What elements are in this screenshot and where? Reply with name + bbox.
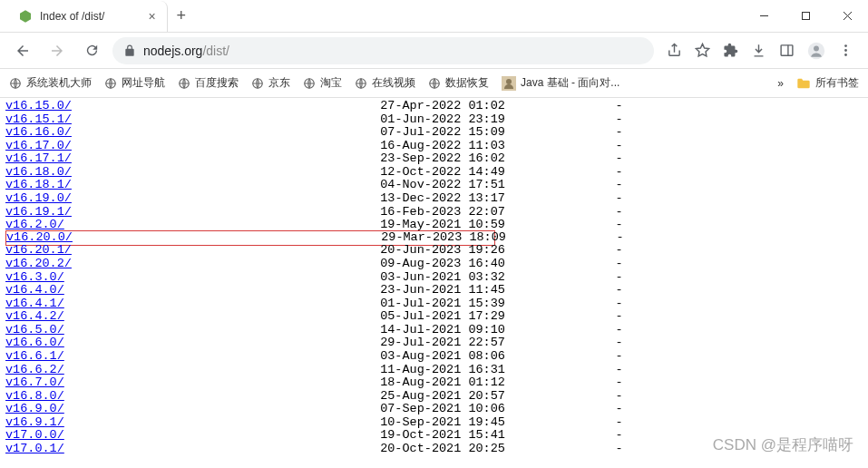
directory-link[interactable]: v17.0.0/ bbox=[5, 428, 64, 442]
directory-link[interactable]: v16.17.0/ bbox=[5, 139, 72, 152]
listing-row: v16.8.0/ 25-Aug-2021 20:57 - bbox=[5, 390, 863, 404]
listing-row: v16.4.0/ 23-Jun-2021 11:45 - bbox=[5, 284, 863, 297]
menu-icon[interactable] bbox=[838, 43, 853, 58]
minimize-button[interactable] bbox=[743, 0, 785, 33]
browser-tab[interactable]: Index of /dist/ × bbox=[7, 1, 168, 32]
tab-title: Index of /dist/ bbox=[40, 10, 104, 23]
downloads-icon[interactable] bbox=[751, 43, 766, 58]
directory-link[interactable]: v16.4.0/ bbox=[5, 283, 64, 297]
directory-link[interactable]: v16.20.0/ bbox=[6, 230, 73, 244]
svg-rect-6 bbox=[781, 45, 793, 55]
listing-row: v16.20.2/ 09-Aug-2023 16:40 - bbox=[5, 258, 863, 271]
bookmark-item[interactable]: Java 基础 - 面向对... bbox=[502, 75, 619, 91]
directory-link[interactable]: v17.0.1/ bbox=[5, 442, 64, 455]
tab-close-icon[interactable]: × bbox=[148, 9, 155, 24]
listing-row: v16.4.1/ 01-Jul-2021 15:39 - bbox=[5, 297, 863, 311]
lock-icon bbox=[123, 44, 136, 57]
listing-row: v16.5.0/ 14-Jul-2021 09:10 - bbox=[5, 324, 863, 337]
directory-link[interactable]: v16.18.0/ bbox=[5, 165, 72, 179]
window-controls bbox=[743, 0, 868, 33]
svg-point-9 bbox=[814, 45, 819, 51]
directory-link[interactable]: v16.7.0/ bbox=[5, 375, 64, 389]
all-bookmarks[interactable]: 所有书签 bbox=[796, 75, 859, 91]
listing-row: v17.0.0/ 19-Oct-2021 15:41 - bbox=[5, 429, 863, 443]
directory-link[interactable]: v16.9.0/ bbox=[5, 402, 64, 415]
directory-link[interactable]: v16.8.0/ bbox=[5, 389, 64, 403]
svg-marker-5 bbox=[696, 44, 708, 55]
bookmark-item[interactable]: 京东 bbox=[251, 75, 290, 91]
directory-link[interactable]: v16.17.1/ bbox=[5, 151, 72, 165]
directory-link[interactable]: v16.15.0/ bbox=[5, 99, 72, 112]
bookmark-item[interactable]: 在线视频 bbox=[355, 75, 415, 91]
directory-link[interactable]: v16.6.2/ bbox=[5, 363, 64, 376]
toolbar: nodejs.org/dist/ bbox=[0, 33, 868, 69]
forward-button[interactable] bbox=[44, 37, 71, 64]
listing-row: v17.0.1/ 20-Oct-2021 20:25 - bbox=[5, 443, 863, 456]
directory-link[interactable]: v16.9.1/ bbox=[5, 415, 64, 429]
listing-row: v16.3.0/ 03-Jun-2021 03:32 - bbox=[5, 271, 863, 285]
svg-point-12 bbox=[844, 54, 847, 56]
directory-link[interactable]: v16.19.1/ bbox=[5, 205, 72, 219]
svg-rect-2 bbox=[802, 13, 809, 20]
directory-link[interactable]: v16.3.0/ bbox=[5, 270, 64, 284]
listing-row: v16.18.1/ 04-Nov-2022 17:51 - bbox=[5, 179, 863, 192]
new-tab-button[interactable]: + bbox=[177, 6, 187, 25]
directory-link[interactable]: v16.15.1/ bbox=[5, 112, 72, 126]
listing-row: v16.7.0/ 18-Aug-2021 01:12 - bbox=[5, 376, 863, 390]
listing-row: v16.15.1/ 01-Jun-2022 23:19 - bbox=[5, 113, 863, 127]
profile-icon[interactable] bbox=[807, 42, 825, 60]
extensions-icon[interactable] bbox=[723, 43, 738, 58]
titlebar: Index of /dist/ × + bbox=[0, 0, 868, 33]
directory-link[interactable]: v16.4.1/ bbox=[5, 297, 64, 310]
bookmark-item[interactable]: 淘宝 bbox=[303, 75, 342, 91]
bookmark-item[interactable]: 网址导航 bbox=[104, 75, 165, 91]
directory-link[interactable]: v16.2.0/ bbox=[5, 218, 64, 231]
listing-row: v16.9.1/ 10-Sep-2021 19:45 - bbox=[5, 416, 863, 430]
directory-listing[interactable]: v16.15.0/ 27-Apr-2022 01:02 -v16.15.1/ 0… bbox=[0, 98, 868, 468]
listing-row: v16.16.0/ 07-Jul-2022 15:09 - bbox=[5, 126, 863, 140]
toolbar-icons bbox=[661, 42, 859, 60]
url-text: nodejs.org/dist/ bbox=[143, 44, 229, 58]
directory-link[interactable]: v16.19.0/ bbox=[5, 191, 72, 205]
svg-marker-0 bbox=[20, 10, 31, 22]
listing-row: v16.9.0/ 07-Sep-2021 10:06 - bbox=[5, 403, 863, 416]
directory-link[interactable]: v16.18.1/ bbox=[5, 178, 72, 191]
back-button[interactable] bbox=[9, 37, 36, 64]
svg-point-10 bbox=[844, 44, 847, 47]
directory-link[interactable]: v16.20.1/ bbox=[5, 243, 72, 257]
listing-row: v16.6.2/ 11-Aug-2021 16:31 - bbox=[5, 364, 863, 377]
bookmark-item[interactable]: 数据恢复 bbox=[428, 75, 489, 91]
reload-button[interactable] bbox=[78, 37, 105, 64]
bookmark-item[interactable]: 系统装机大师 bbox=[9, 75, 92, 91]
listing-row: v16.18.0/ 12-Oct-2022 14:49 - bbox=[5, 166, 863, 180]
listing-row: v16.15.0/ 27-Apr-2022 01:02 - bbox=[5, 100, 863, 113]
folder-icon bbox=[796, 77, 811, 90]
bookmarks-bar: 系统装机大师网址导航百度搜索京东淘宝在线视频数据恢复Java 基础 - 面向对.… bbox=[0, 69, 868, 98]
star-icon[interactable] bbox=[695, 43, 710, 58]
directory-link[interactable]: v16.20.2/ bbox=[5, 257, 72, 270]
listing-row: v16.19.0/ 13-Dec-2022 13:17 - bbox=[5, 192, 863, 206]
listing-row: v16.6.1/ 03-Aug-2021 08:06 - bbox=[5, 350, 863, 364]
listing-row: v16.20.1/ 20-Jun-2023 19:26 - bbox=[5, 244, 863, 258]
nodejs-favicon bbox=[18, 9, 33, 24]
directory-link[interactable]: v16.6.1/ bbox=[5, 349, 64, 363]
bookmark-item[interactable]: 百度搜索 bbox=[178, 75, 239, 91]
maximize-button[interactable] bbox=[785, 0, 826, 33]
listing-row: v16.17.0/ 16-Aug-2022 11:03 - bbox=[5, 140, 863, 153]
side-panel-icon[interactable] bbox=[779, 43, 795, 58]
svg-point-11 bbox=[844, 49, 847, 52]
close-button[interactable] bbox=[826, 0, 868, 33]
address-bar[interactable]: nodejs.org/dist/ bbox=[112, 37, 654, 64]
listing-row: v16.6.0/ 29-Jul-2021 22:57 - bbox=[5, 336, 863, 350]
listing-row: v16.17.1/ 23-Sep-2022 16:02 - bbox=[5, 152, 863, 166]
directory-link[interactable]: v16.6.0/ bbox=[5, 336, 64, 349]
directory-link[interactable]: v16.4.2/ bbox=[5, 309, 64, 323]
directory-link[interactable]: v16.5.0/ bbox=[5, 323, 64, 336]
bookmarks-overflow[interactable]: » bbox=[777, 77, 784, 90]
directory-link[interactable]: v16.16.0/ bbox=[5, 125, 72, 139]
share-icon[interactable] bbox=[667, 43, 682, 58]
svg-point-21 bbox=[506, 79, 512, 84]
listing-row: v16.19.1/ 16-Feb-2023 22:07 - bbox=[5, 206, 863, 219]
listing-row: v16.4.2/ 05-Jul-2021 17:29 - bbox=[5, 310, 863, 324]
